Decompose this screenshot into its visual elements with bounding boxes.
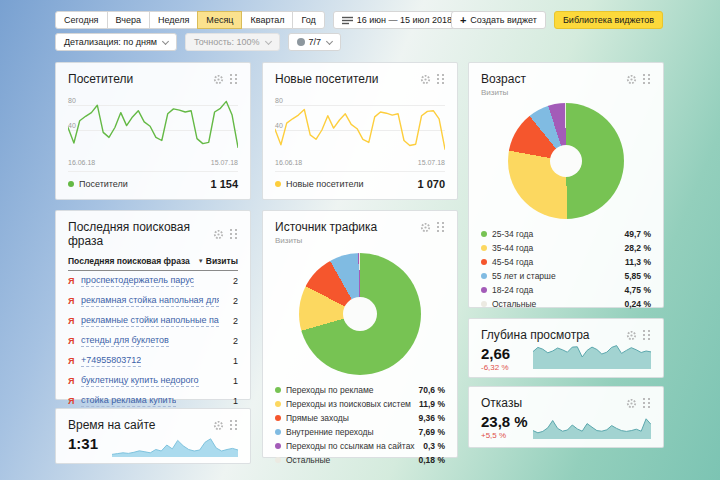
legend-value: 7,69 % bbox=[419, 427, 445, 437]
legend-dot bbox=[275, 387, 281, 393]
phrase-link[interactable]: стойка реклама купить bbox=[81, 395, 176, 407]
legend-item[interactable]: 25-34 года49,7 % bbox=[481, 227, 651, 241]
table-row: Япроспектодержатель парус2 bbox=[68, 271, 238, 291]
legend-value: 28,2 % bbox=[625, 243, 651, 253]
create-widget-button[interactable]: + Создать виджет bbox=[451, 11, 546, 29]
comment-icon bbox=[297, 38, 305, 46]
table-header: Последняя поисковая фраза ▼Визиты bbox=[68, 256, 238, 271]
tab-quarter[interactable]: Квартал bbox=[241, 11, 293, 29]
column-phrase: Последняя поисковая фраза bbox=[68, 256, 190, 266]
widget-title: Новые посетители bbox=[275, 72, 378, 86]
legend-dot bbox=[275, 181, 281, 187]
gear-icon[interactable] bbox=[420, 222, 431, 233]
legend-item[interactable]: Остальные0,18 % bbox=[275, 453, 445, 467]
gear-icon[interactable] bbox=[626, 74, 637, 85]
new-visitors-legend[interactable]: Новые посетители 1 070 bbox=[275, 171, 445, 190]
column-visits-label: Визиты bbox=[206, 256, 238, 266]
phrase-link[interactable]: +74955803712 bbox=[81, 355, 141, 367]
legend-item[interactable]: Остальные0,24 % bbox=[481, 297, 651, 311]
traffic-pie-chart bbox=[299, 253, 421, 375]
comments-dropdown[interactable]: 7/7 bbox=[288, 33, 342, 51]
column-visits-sort[interactable]: ▼Визиты bbox=[198, 256, 238, 266]
visitors-total: 1 154 bbox=[210, 178, 238, 190]
phrase-link[interactable]: буклетницу купить недорого bbox=[81, 375, 199, 387]
widget-subtitle: Визиты bbox=[481, 88, 651, 97]
legend-label: Остальные bbox=[286, 455, 330, 465]
chevron-down-icon bbox=[265, 37, 272, 44]
legend-item[interactable]: Переходы по ссылкам на сайтах0,3 % bbox=[275, 439, 445, 453]
x-label-start: 16.06.18 bbox=[68, 159, 95, 166]
comments-label: 7/7 bbox=[309, 37, 322, 47]
widget-title: Источник трафика bbox=[275, 220, 377, 234]
depth-sparkline bbox=[533, 339, 651, 369]
accuracy-dropdown[interactable]: Точность: 100% bbox=[185, 33, 280, 51]
widget-depth: Глубина просмотра 2,66 -6,32 % bbox=[468, 318, 664, 378]
detalization-label: Детализация: по дням bbox=[64, 37, 157, 47]
legend-value: 11,3 % bbox=[625, 257, 651, 267]
plus-icon: + bbox=[460, 16, 466, 24]
legend-item[interactable]: 55 лет и старше5,85 % bbox=[481, 269, 651, 283]
legend-dot bbox=[481, 273, 487, 279]
legend-label: Переходы по ссылкам на сайтах bbox=[286, 441, 415, 451]
legend-value: 4,75 % bbox=[625, 285, 651, 295]
visits-value: 1 bbox=[233, 376, 238, 386]
legend-label: Посетители bbox=[79, 179, 128, 189]
table-row: Я+749558037121 bbox=[68, 351, 238, 371]
detalization-dropdown[interactable]: Детализация: по дням bbox=[55, 33, 177, 51]
yandex-favicon: Я bbox=[68, 376, 81, 386]
legend-label: Остальные bbox=[492, 299, 536, 309]
gear-icon[interactable] bbox=[213, 229, 224, 240]
widget-library-button[interactable]: Библиотека виджетов bbox=[554, 11, 663, 29]
legend-dot bbox=[275, 457, 281, 463]
pie-hole bbox=[343, 297, 377, 331]
tab-today[interactable]: Сегодня bbox=[55, 11, 108, 29]
legend-dot bbox=[275, 415, 281, 421]
tab-week[interactable]: Неделя bbox=[149, 11, 198, 29]
date-range-button[interactable]: 16 июн — 15 июл 2018 bbox=[333, 11, 461, 29]
table-row: Ястенды для буклетов2 bbox=[68, 331, 238, 351]
new-visitors-line bbox=[275, 94, 445, 156]
widget-title: Возраст bbox=[481, 72, 526, 86]
legend-label: Переходы по рекламе bbox=[286, 385, 373, 395]
legend-dot bbox=[275, 443, 281, 449]
legend-dot bbox=[275, 429, 281, 435]
drag-handle-icon[interactable] bbox=[643, 398, 651, 408]
legend-item[interactable]: Переходы по рекламе70,6 % bbox=[275, 383, 445, 397]
drag-handle-icon[interactable] bbox=[437, 222, 445, 232]
widget-title: Посетители bbox=[68, 72, 133, 86]
gear-icon[interactable] bbox=[213, 420, 224, 431]
legend-item[interactable]: 45-54 года11,3 % bbox=[481, 255, 651, 269]
new-visitors-line-chart: 80 40 bbox=[275, 94, 445, 156]
legend-item[interactable]: Внутренние переходы7,69 % bbox=[275, 425, 445, 439]
legend-item[interactable]: Переходы из поисковых систем11,9 % bbox=[275, 397, 445, 411]
drag-handle-icon[interactable] bbox=[437, 74, 445, 84]
drag-handle-icon[interactable] bbox=[230, 420, 238, 430]
visitors-legend[interactable]: Посетители 1 154 bbox=[68, 171, 238, 190]
visitors-line-chart: 80 40 bbox=[68, 94, 238, 156]
yandex-favicon: Я bbox=[68, 316, 81, 326]
phrase-link[interactable]: рекламная стойка напольная для жу… bbox=[81, 295, 219, 307]
drag-handle-icon[interactable] bbox=[643, 74, 651, 84]
table-row: Ярекламная стойка напольная для жу…2 bbox=[68, 291, 238, 311]
legend-label: 18-24 года bbox=[492, 285, 533, 295]
x-label-start: 16.06.18 bbox=[275, 159, 302, 166]
legend-label: Переходы из поисковых систем bbox=[286, 399, 411, 409]
drag-handle-icon[interactable] bbox=[230, 74, 238, 84]
legend-item[interactable]: Прямые заходы9,36 % bbox=[275, 411, 445, 425]
phrase-link[interactable]: проспектодержатель парус bbox=[81, 275, 194, 287]
drag-handle-icon[interactable] bbox=[230, 229, 238, 239]
gear-icon[interactable] bbox=[626, 398, 637, 409]
legend-item[interactable]: 35-44 года28,2 % bbox=[481, 241, 651, 255]
phrase-link[interactable]: рекламные стойки напольные парус bbox=[81, 315, 219, 327]
visits-value: 1 bbox=[233, 396, 238, 406]
gear-icon[interactable] bbox=[213, 74, 224, 85]
tab-year[interactable]: Год bbox=[292, 11, 324, 29]
phrase-link[interactable]: стенды для буклетов bbox=[81, 335, 169, 347]
visits-value: 2 bbox=[233, 276, 238, 286]
tab-month[interactable]: Месяц bbox=[197, 11, 242, 29]
pie-hole bbox=[550, 145, 582, 177]
gear-icon[interactable] bbox=[420, 74, 431, 85]
tab-yesterday[interactable]: Вчера bbox=[107, 11, 150, 29]
x-label-end: 15.07.18 bbox=[211, 159, 238, 166]
legend-item[interactable]: 18-24 года4,75 % bbox=[481, 283, 651, 297]
